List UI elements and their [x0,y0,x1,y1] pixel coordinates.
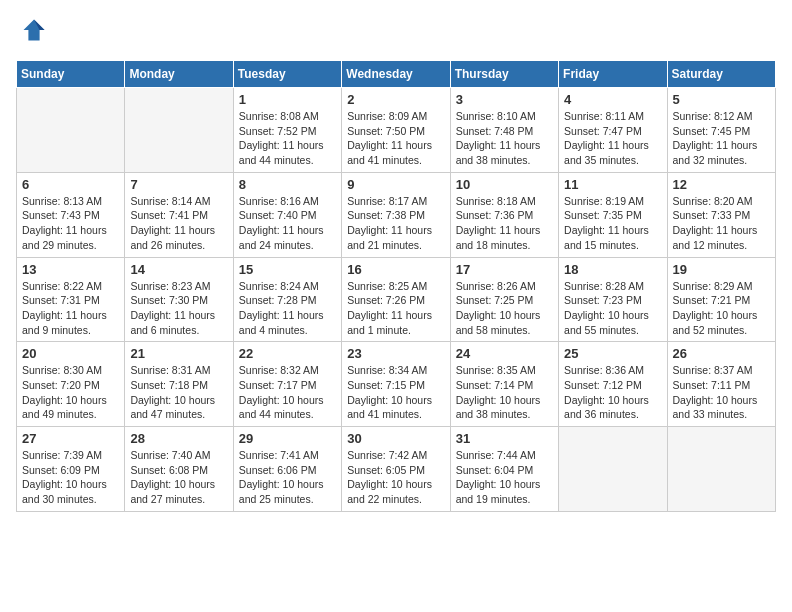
calendar-header-row: SundayMondayTuesdayWednesdayThursdayFrid… [17,61,776,88]
day-number: 30 [347,431,444,446]
day-number: 11 [564,177,661,192]
day-number: 31 [456,431,553,446]
day-detail: Sunrise: 8:26 AM Sunset: 7:25 PM Dayligh… [456,279,553,338]
calendar-cell [667,427,775,512]
day-number: 10 [456,177,553,192]
day-detail: Sunrise: 8:29 AM Sunset: 7:21 PM Dayligh… [673,279,770,338]
calendar-cell: 20Sunrise: 8:30 AM Sunset: 7:20 PM Dayli… [17,342,125,427]
calendar-cell: 2Sunrise: 8:09 AM Sunset: 7:50 PM Daylig… [342,88,450,173]
calendar-cell: 9Sunrise: 8:17 AM Sunset: 7:38 PM Daylig… [342,172,450,257]
calendar-cell: 6Sunrise: 8:13 AM Sunset: 7:43 PM Daylig… [17,172,125,257]
calendar-cell: 19Sunrise: 8:29 AM Sunset: 7:21 PM Dayli… [667,257,775,342]
calendar-cell: 28Sunrise: 7:40 AM Sunset: 6:08 PM Dayli… [125,427,233,512]
header-sunday: Sunday [17,61,125,88]
day-number: 8 [239,177,336,192]
calendar-cell: 29Sunrise: 7:41 AM Sunset: 6:06 PM Dayli… [233,427,341,512]
day-number: 23 [347,346,444,361]
day-number: 6 [22,177,119,192]
calendar-cell: 24Sunrise: 8:35 AM Sunset: 7:14 PM Dayli… [450,342,558,427]
day-number: 13 [22,262,119,277]
day-detail: Sunrise: 8:16 AM Sunset: 7:40 PM Dayligh… [239,194,336,253]
day-detail: Sunrise: 8:36 AM Sunset: 7:12 PM Dayligh… [564,363,661,422]
day-detail: Sunrise: 8:13 AM Sunset: 7:43 PM Dayligh… [22,194,119,253]
logo-icon [20,16,48,44]
week-row-3: 13Sunrise: 8:22 AM Sunset: 7:31 PM Dayli… [17,257,776,342]
day-number: 15 [239,262,336,277]
week-row-4: 20Sunrise: 8:30 AM Sunset: 7:20 PM Dayli… [17,342,776,427]
day-number: 9 [347,177,444,192]
calendar-cell: 30Sunrise: 7:42 AM Sunset: 6:05 PM Dayli… [342,427,450,512]
day-number: 22 [239,346,336,361]
calendar-cell: 13Sunrise: 8:22 AM Sunset: 7:31 PM Dayli… [17,257,125,342]
day-number: 12 [673,177,770,192]
week-row-1: 1Sunrise: 8:08 AM Sunset: 7:52 PM Daylig… [17,88,776,173]
page-header [16,16,776,48]
day-detail: Sunrise: 8:22 AM Sunset: 7:31 PM Dayligh… [22,279,119,338]
day-detail: Sunrise: 8:12 AM Sunset: 7:45 PM Dayligh… [673,109,770,168]
day-detail: Sunrise: 8:19 AM Sunset: 7:35 PM Dayligh… [564,194,661,253]
day-detail: Sunrise: 8:37 AM Sunset: 7:11 PM Dayligh… [673,363,770,422]
calendar-cell [559,427,667,512]
day-number: 26 [673,346,770,361]
day-detail: Sunrise: 8:31 AM Sunset: 7:18 PM Dayligh… [130,363,227,422]
day-detail: Sunrise: 8:10 AM Sunset: 7:48 PM Dayligh… [456,109,553,168]
calendar-cell: 25Sunrise: 8:36 AM Sunset: 7:12 PM Dayli… [559,342,667,427]
day-detail: Sunrise: 8:09 AM Sunset: 7:50 PM Dayligh… [347,109,444,168]
day-number: 17 [456,262,553,277]
logo [16,16,48,48]
day-number: 2 [347,92,444,107]
day-detail: Sunrise: 8:32 AM Sunset: 7:17 PM Dayligh… [239,363,336,422]
calendar-cell: 10Sunrise: 8:18 AM Sunset: 7:36 PM Dayli… [450,172,558,257]
week-row-2: 6Sunrise: 8:13 AM Sunset: 7:43 PM Daylig… [17,172,776,257]
day-detail: Sunrise: 8:20 AM Sunset: 7:33 PM Dayligh… [673,194,770,253]
calendar-cell: 31Sunrise: 7:44 AM Sunset: 6:04 PM Dayli… [450,427,558,512]
calendar-cell: 27Sunrise: 7:39 AM Sunset: 6:09 PM Dayli… [17,427,125,512]
day-detail: Sunrise: 8:08 AM Sunset: 7:52 PM Dayligh… [239,109,336,168]
calendar-cell: 4Sunrise: 8:11 AM Sunset: 7:47 PM Daylig… [559,88,667,173]
day-number: 5 [673,92,770,107]
calendar-cell: 5Sunrise: 8:12 AM Sunset: 7:45 PM Daylig… [667,88,775,173]
day-number: 14 [130,262,227,277]
day-detail: Sunrise: 7:41 AM Sunset: 6:06 PM Dayligh… [239,448,336,507]
day-number: 29 [239,431,336,446]
day-number: 27 [22,431,119,446]
calendar-cell: 7Sunrise: 8:14 AM Sunset: 7:41 PM Daylig… [125,172,233,257]
day-detail: Sunrise: 8:14 AM Sunset: 7:41 PM Dayligh… [130,194,227,253]
day-detail: Sunrise: 8:28 AM Sunset: 7:23 PM Dayligh… [564,279,661,338]
day-detail: Sunrise: 7:44 AM Sunset: 6:04 PM Dayligh… [456,448,553,507]
day-detail: Sunrise: 7:42 AM Sunset: 6:05 PM Dayligh… [347,448,444,507]
day-detail: Sunrise: 8:18 AM Sunset: 7:36 PM Dayligh… [456,194,553,253]
day-detail: Sunrise: 8:34 AM Sunset: 7:15 PM Dayligh… [347,363,444,422]
day-detail: Sunrise: 8:17 AM Sunset: 7:38 PM Dayligh… [347,194,444,253]
day-detail: Sunrise: 8:35 AM Sunset: 7:14 PM Dayligh… [456,363,553,422]
calendar-cell: 15Sunrise: 8:24 AM Sunset: 7:28 PM Dayli… [233,257,341,342]
calendar-cell: 16Sunrise: 8:25 AM Sunset: 7:26 PM Dayli… [342,257,450,342]
header-saturday: Saturday [667,61,775,88]
day-detail: Sunrise: 8:25 AM Sunset: 7:26 PM Dayligh… [347,279,444,338]
calendar-cell: 26Sunrise: 8:37 AM Sunset: 7:11 PM Dayli… [667,342,775,427]
calendar-cell: 22Sunrise: 8:32 AM Sunset: 7:17 PM Dayli… [233,342,341,427]
week-row-5: 27Sunrise: 7:39 AM Sunset: 6:09 PM Dayli… [17,427,776,512]
header-monday: Monday [125,61,233,88]
day-number: 19 [673,262,770,277]
calendar-cell: 21Sunrise: 8:31 AM Sunset: 7:18 PM Dayli… [125,342,233,427]
day-number: 20 [22,346,119,361]
day-detail: Sunrise: 8:30 AM Sunset: 7:20 PM Dayligh… [22,363,119,422]
calendar-cell: 1Sunrise: 8:08 AM Sunset: 7:52 PM Daylig… [233,88,341,173]
calendar-cell: 17Sunrise: 8:26 AM Sunset: 7:25 PM Dayli… [450,257,558,342]
calendar-cell: 14Sunrise: 8:23 AM Sunset: 7:30 PM Dayli… [125,257,233,342]
day-detail: Sunrise: 8:24 AM Sunset: 7:28 PM Dayligh… [239,279,336,338]
calendar-cell: 3Sunrise: 8:10 AM Sunset: 7:48 PM Daylig… [450,88,558,173]
day-number: 16 [347,262,444,277]
day-number: 1 [239,92,336,107]
day-number: 25 [564,346,661,361]
calendar-cell [17,88,125,173]
calendar-cell: 11Sunrise: 8:19 AM Sunset: 7:35 PM Dayli… [559,172,667,257]
day-number: 21 [130,346,227,361]
day-number: 28 [130,431,227,446]
calendar-cell: 18Sunrise: 8:28 AM Sunset: 7:23 PM Dayli… [559,257,667,342]
day-number: 7 [130,177,227,192]
day-detail: Sunrise: 7:39 AM Sunset: 6:09 PM Dayligh… [22,448,119,507]
day-detail: Sunrise: 8:11 AM Sunset: 7:47 PM Dayligh… [564,109,661,168]
header-wednesday: Wednesday [342,61,450,88]
